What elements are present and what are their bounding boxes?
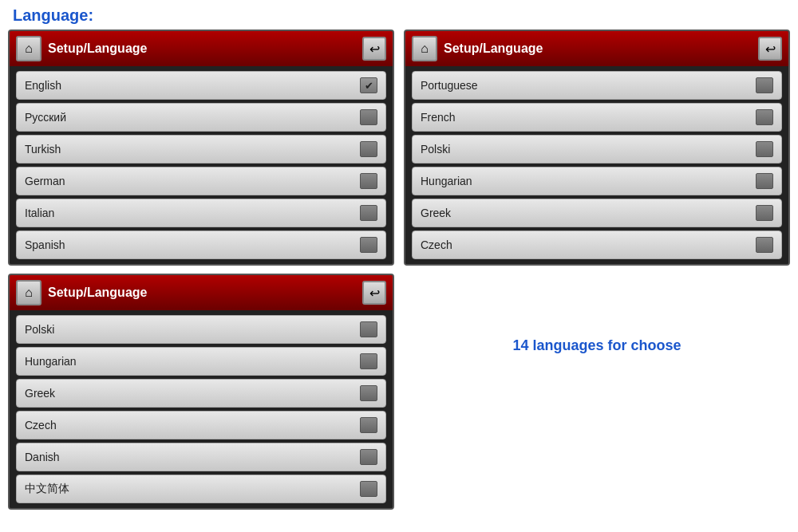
- bottom-row: ⌂ Setup/Language ↩ Polski Hungarian Gree…: [0, 274, 798, 510]
- panel-1-title: Setup/Language: [48, 41, 356, 56]
- lang-row[interactable]: Русский: [16, 103, 386, 132]
- lang-row[interactable]: French: [412, 103, 782, 132]
- checkbox-czech[interactable]: [756, 237, 773, 253]
- panel-2-body: Portuguese French Polski Hungarian Greek…: [405, 66, 788, 264]
- checkbox-polski[interactable]: [756, 141, 773, 157]
- checkbox-greek[interactable]: [756, 205, 773, 221]
- lang-row[interactable]: German: [16, 167, 386, 195]
- panel-2-title: Setup/Language: [444, 41, 752, 56]
- checkbox-hungarian[interactable]: [756, 173, 773, 189]
- checkbox-hungarian-2[interactable]: [360, 353, 377, 369]
- checkbox-danish[interactable]: [360, 449, 377, 465]
- lang-row[interactable]: Danish: [16, 443, 386, 471]
- panel-3: ⌂ Setup/Language ↩ Polski Hungarian Gree…: [8, 274, 394, 510]
- panel-2-header: ⌂ Setup/Language ↩: [405, 31, 788, 66]
- lang-row[interactable]: Spanish: [16, 231, 386, 259]
- lang-row[interactable]: Polski: [16, 315, 386, 344]
- home-icon-1[interactable]: ⌂: [16, 36, 41, 61]
- lang-row[interactable]: Polski: [412, 135, 782, 164]
- panel-1-header: ⌂ Setup/Language ↩: [10, 31, 393, 66]
- checkbox-greek-2[interactable]: [360, 385, 377, 401]
- checkbox-english[interactable]: ✔: [360, 77, 377, 93]
- info-text: 14 languages for choose: [404, 274, 790, 354]
- checkbox-turkish[interactable]: [360, 141, 377, 157]
- checkbox-czech-2[interactable]: [360, 417, 377, 433]
- checkbox-russian[interactable]: [360, 109, 377, 125]
- lang-row[interactable]: Portuguese: [412, 71, 782, 100]
- lang-row[interactable]: Czech: [16, 411, 386, 439]
- lang-row[interactable]: Hungarian: [412, 167, 782, 195]
- lang-row[interactable]: English ✔: [16, 71, 386, 100]
- lang-row[interactable]: Turkish: [16, 135, 386, 164]
- lang-row[interactable]: Hungarian: [16, 347, 386, 376]
- back-icon-2[interactable]: ↩: [758, 37, 782, 61]
- panel-1: ⌂ Setup/Language ↩ English ✔ Русский Tur…: [8, 30, 394, 266]
- back-icon-1[interactable]: ↩: [362, 37, 386, 61]
- checkbox-german[interactable]: [360, 173, 377, 189]
- panel-3-body: Polski Hungarian Greek Czech Danish 中文简体: [10, 310, 393, 508]
- back-icon-3[interactable]: ↩: [362, 281, 386, 305]
- panel-3-title: Setup/Language: [48, 286, 356, 300]
- checkbox-italian[interactable]: [360, 205, 377, 221]
- lang-row[interactable]: Greek: [412, 199, 782, 227]
- panel-1-body: English ✔ Русский Turkish German Italian…: [10, 66, 393, 264]
- panel-3-header: ⌂ Setup/Language ↩: [10, 275, 393, 310]
- lang-row[interactable]: Czech: [412, 231, 782, 259]
- home-icon-2[interactable]: ⌂: [412, 36, 437, 61]
- lang-row[interactable]: 中文简体: [16, 475, 386, 503]
- home-icon-3[interactable]: ⌂: [16, 280, 41, 305]
- panel-2: ⌂ Setup/Language ↩ Portuguese French Pol…: [404, 30, 790, 266]
- checkbox-portuguese[interactable]: [756, 77, 773, 93]
- page-title: Language:: [0, 0, 798, 30]
- checkbox-chinese[interactable]: [360, 481, 377, 497]
- lang-row[interactable]: Italian: [16, 199, 386, 227]
- checkbox-french[interactable]: [756, 109, 773, 125]
- lang-row[interactable]: Greek: [16, 379, 386, 408]
- top-panels: ⌂ Setup/Language ↩ English ✔ Русский Tur…: [0, 30, 798, 266]
- checkbox-polski-2[interactable]: [360, 321, 377, 337]
- checkbox-spanish[interactable]: [360, 237, 377, 253]
